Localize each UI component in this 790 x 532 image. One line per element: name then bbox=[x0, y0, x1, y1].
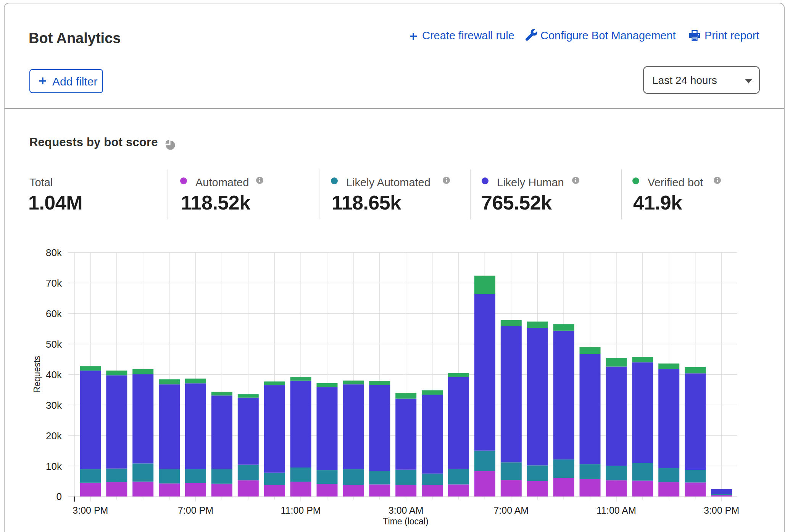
svg-text:30k: 30k bbox=[46, 400, 62, 411]
svg-text:20k: 20k bbox=[46, 430, 62, 442]
svg-text:7:00 PM: 7:00 PM bbox=[178, 505, 213, 516]
svg-text:11:00 AM: 11:00 AM bbox=[597, 505, 636, 516]
svg-text:3:00 PM: 3:00 PM bbox=[704, 505, 739, 516]
svg-text:3:00 PM: 3:00 PM bbox=[73, 505, 108, 516]
svg-text:70k: 70k bbox=[46, 277, 62, 289]
svg-text:Time (local): Time (local) bbox=[383, 516, 428, 526]
svg-text:50k: 50k bbox=[46, 339, 62, 350]
svg-text:10k: 10k bbox=[46, 461, 62, 472]
svg-text:40k: 40k bbox=[46, 369, 62, 380]
svg-text:Requests: Requests bbox=[32, 356, 42, 393]
svg-text:60k: 60k bbox=[46, 308, 62, 319]
svg-text:3:00 AM: 3:00 AM bbox=[389, 505, 424, 516]
svg-text:11:00 PM: 11:00 PM bbox=[281, 505, 321, 516]
svg-text:0: 0 bbox=[56, 491, 62, 502]
svg-text:7:00 AM: 7:00 AM bbox=[493, 505, 529, 516]
svg-text:80k: 80k bbox=[46, 247, 62, 258]
